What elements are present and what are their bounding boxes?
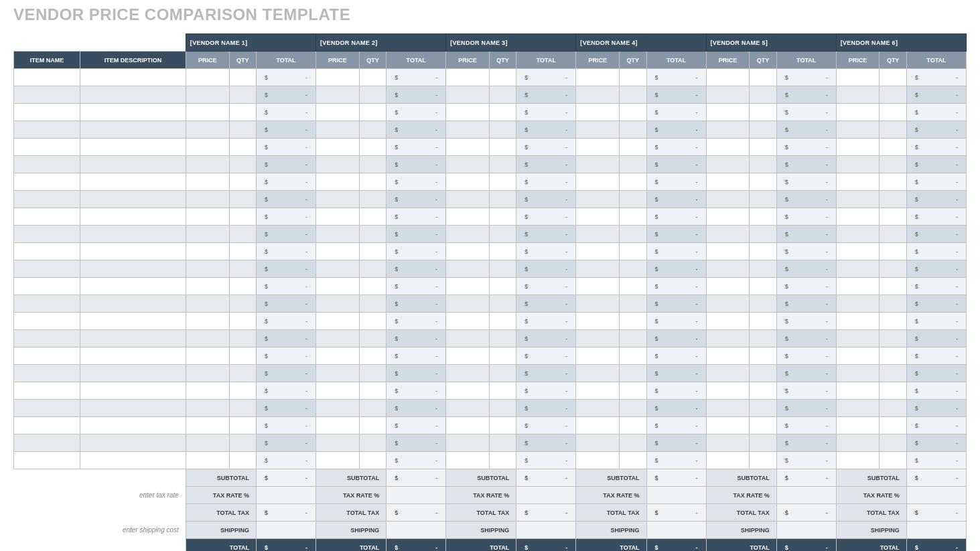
cell-qty[interactable] — [229, 86, 256, 104]
cell-price[interactable] — [186, 156, 229, 173]
cell-qty[interactable] — [229, 278, 256, 295]
cell-price[interactable] — [706, 173, 750, 191]
cell-price[interactable] — [316, 260, 360, 278]
cell-qty[interactable] — [359, 435, 386, 452]
cell-price[interactable] — [186, 139, 229, 156]
cell-price[interactable] — [706, 295, 750, 313]
cell-qty[interactable] — [489, 173, 516, 191]
cell-qty[interactable] — [489, 417, 516, 435]
cell-qty[interactable] — [750, 191, 776, 208]
cell-price[interactable] — [576, 365, 620, 382]
cell-price[interactable] — [706, 69, 750, 86]
cell-price[interactable] — [446, 260, 490, 278]
cell-qty[interactable] — [229, 69, 256, 86]
cell-price[interactable] — [186, 417, 229, 435]
cell-qty[interactable] — [880, 278, 906, 295]
cell-price[interactable] — [836, 191, 880, 208]
cell-qty[interactable] — [489, 104, 516, 121]
cell-price[interactable] — [576, 139, 620, 156]
cell-price[interactable] — [576, 243, 620, 260]
cell-qty[interactable] — [489, 191, 516, 208]
cell-item-desc[interactable] — [80, 139, 186, 156]
cell-qty[interactable] — [359, 226, 386, 243]
cell-item-name[interactable] — [14, 226, 80, 243]
cell-qty[interactable] — [359, 69, 386, 86]
cell-price[interactable] — [316, 365, 360, 382]
cell-price[interactable] — [186, 382, 229, 400]
cell-price[interactable] — [836, 69, 880, 86]
cell-qty[interactable] — [880, 365, 906, 382]
cell-price[interactable] — [706, 243, 750, 260]
cell-price[interactable] — [446, 69, 490, 86]
cell-price[interactable] — [186, 313, 229, 330]
cell-item-name[interactable] — [14, 295, 80, 313]
cell-price[interactable] — [186, 243, 229, 260]
cell-item-desc[interactable] — [80, 330, 186, 347]
cell-qty[interactable] — [489, 139, 516, 156]
cell-qty[interactable] — [359, 347, 386, 365]
cell-item-name[interactable] — [14, 69, 80, 86]
cell-qty[interactable] — [620, 139, 646, 156]
cell-item-name[interactable] — [14, 208, 80, 226]
cell-qty[interactable] — [880, 295, 906, 313]
cell-qty[interactable] — [620, 295, 646, 313]
cell-item-desc[interactable] — [80, 243, 186, 260]
cell-price[interactable] — [446, 295, 490, 313]
cell-qty[interactable] — [359, 278, 386, 295]
cell-qty[interactable] — [359, 382, 386, 400]
cell-price[interactable] — [576, 313, 620, 330]
cell-price[interactable] — [706, 365, 750, 382]
cell-qty[interactable] — [489, 313, 516, 330]
cell-qty[interactable] — [880, 139, 906, 156]
cell-qty[interactable] — [620, 260, 646, 278]
cell-price[interactable] — [836, 86, 880, 104]
cell-item-name[interactable] — [14, 435, 80, 452]
cell-qty[interactable] — [880, 173, 906, 191]
summary-input[interactable] — [257, 522, 316, 539]
cell-item-desc[interactable] — [80, 452, 186, 469]
cell-price[interactable] — [186, 260, 229, 278]
cell-qty[interactable] — [489, 382, 516, 400]
cell-price[interactable] — [186, 69, 229, 86]
cell-price[interactable] — [836, 452, 880, 469]
cell-qty[interactable] — [229, 400, 256, 417]
cell-price[interactable] — [706, 417, 750, 435]
cell-qty[interactable] — [359, 260, 386, 278]
cell-qty[interactable] — [750, 260, 776, 278]
cell-price[interactable] — [186, 278, 229, 295]
cell-price[interactable] — [706, 435, 750, 452]
vendor-header-1[interactable]: [VENDOR NAME 1] — [186, 34, 316, 52]
cell-price[interactable] — [576, 191, 620, 208]
vendor-header-5[interactable]: [VENDOR NAME 5] — [706, 34, 836, 52]
cell-price[interactable] — [836, 121, 880, 139]
cell-price[interactable] — [316, 347, 360, 365]
cell-price[interactable] — [446, 208, 490, 226]
cell-item-name[interactable] — [14, 156, 80, 173]
cell-qty[interactable] — [750, 313, 776, 330]
cell-qty[interactable] — [880, 400, 906, 417]
cell-item-desc[interactable] — [80, 156, 186, 173]
summary-input[interactable] — [906, 522, 966, 539]
cell-qty[interactable] — [489, 86, 516, 104]
cell-price[interactable] — [706, 86, 750, 104]
cell-item-desc[interactable] — [80, 226, 186, 243]
cell-qty[interactable] — [489, 435, 516, 452]
cell-price[interactable] — [836, 313, 880, 330]
cell-price[interactable] — [316, 452, 360, 469]
cell-item-desc[interactable] — [80, 104, 186, 121]
cell-qty[interactable] — [750, 400, 776, 417]
cell-price[interactable] — [446, 400, 490, 417]
cell-qty[interactable] — [880, 86, 906, 104]
cell-qty[interactable] — [489, 400, 516, 417]
cell-price[interactable] — [316, 69, 360, 86]
cell-price[interactable] — [446, 243, 490, 260]
cell-qty[interactable] — [750, 139, 776, 156]
cell-item-desc[interactable] — [80, 69, 186, 86]
cell-price[interactable] — [576, 400, 620, 417]
cell-qty[interactable] — [229, 347, 256, 365]
vendor-header-4[interactable]: [VENDOR NAME 4] — [576, 34, 706, 52]
cell-qty[interactable] — [359, 208, 386, 226]
cell-qty[interactable] — [359, 243, 386, 260]
cell-item-name[interactable] — [14, 347, 80, 365]
cell-price[interactable] — [706, 382, 750, 400]
